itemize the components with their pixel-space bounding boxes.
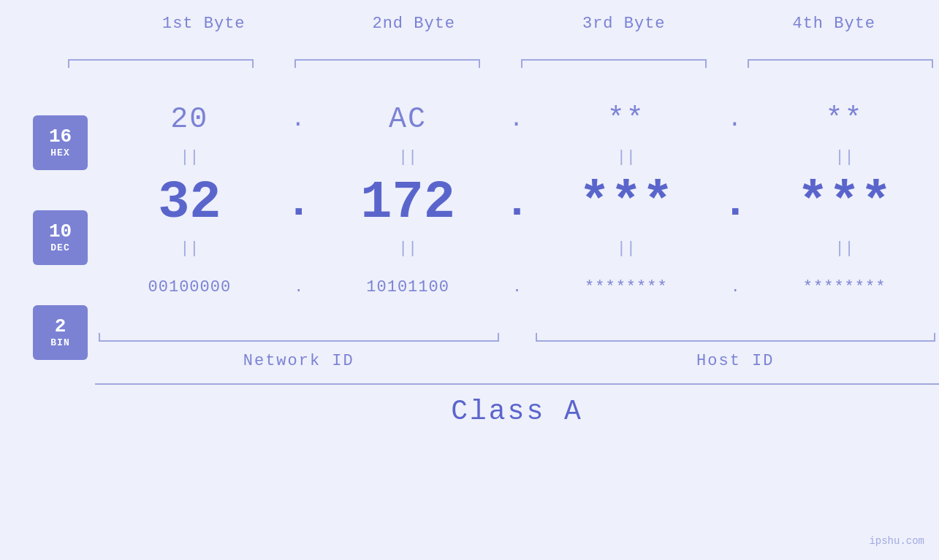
byte3-bracket-line (521, 59, 707, 61)
byte1-bracket-right-tick (252, 59, 254, 68)
eq1-b1: || (180, 148, 199, 166)
dec-dot2-sym: . (503, 178, 530, 228)
dec-b1-cell: 32 (95, 173, 284, 233)
dec-dot3-sym: . (722, 178, 748, 228)
byte-headers: 1st Byte 2nd Byte 3rd Byte 4th Byte (0, 15, 939, 33)
values-grid: 20 . AC . ** . ** (95, 72, 939, 560)
hex-b1-value: 20 (170, 103, 208, 136)
dec-b4-value: *** (797, 173, 892, 233)
bin-row: 00100000 . 10101100 . ******** . (95, 261, 939, 312)
dec-b3-cell: *** (532, 173, 721, 233)
hex-b1-cell: 20 (95, 103, 284, 136)
content-area: 16 HEX 10 DEC 2 BIN 20 . (0, 72, 939, 560)
dec-b4-cell: *** (750, 173, 939, 233)
base-labels: 16 HEX 10 DEC 2 BIN (33, 115, 88, 560)
dec-b1-value: 32 (158, 173, 221, 233)
eq-row-2: || || || || (95, 236, 939, 261)
bin-b3-cell: ******** (532, 278, 721, 296)
main-container: 1st Byte 2nd Byte 3rd Byte 4th Byte (0, 0, 939, 560)
hex-dot3: . (721, 106, 750, 133)
eq1-b3: || (617, 148, 636, 166)
bin-label: BIN (50, 337, 69, 348)
hex-number: 16 (49, 127, 72, 146)
hex-label: HEX (50, 147, 69, 158)
hex-row: 20 . AC . ** . ** (95, 93, 939, 145)
byte2-bracket-line (294, 59, 480, 61)
segment-labels: Network ID Host ID (95, 352, 939, 370)
dec-row: 32 . 172 . *** . *** (95, 170, 939, 236)
dec-b2-value: 172 (360, 173, 455, 233)
dec-dot2: . (503, 178, 532, 228)
hex-b3-cell: ** (532, 103, 721, 136)
bin-dot2: . (503, 279, 532, 296)
hex-b4-value: ** (826, 103, 864, 136)
dec-b3-value: *** (579, 173, 674, 233)
eq1-b4: || (835, 148, 854, 166)
host-bracket-line (532, 323, 940, 342)
bin-b4-value: ******** (803, 278, 886, 296)
eq2-b2: || (398, 239, 417, 258)
hex-b2-value: AC (389, 103, 427, 136)
byte3-bracket (521, 46, 707, 72)
bin-dot1-sym: . (294, 279, 303, 296)
bin-dot1: . (284, 279, 313, 296)
bin-dot2-sym: . (512, 279, 521, 296)
bin-b1-cell: 00100000 (95, 278, 284, 296)
dec-dot1: . (284, 178, 313, 228)
bin-badge: 2 BIN (33, 305, 88, 360)
byte4-bracket-right-tick (932, 59, 933, 68)
hex-b2-cell: AC (313, 103, 503, 136)
dec-label: DEC (50, 242, 69, 253)
class-separator-line (95, 383, 939, 385)
network-id-label: Network ID (95, 352, 503, 370)
dec-badge: 10 DEC (33, 210, 88, 265)
hex-b4-cell: ** (750, 103, 939, 136)
bin-b2-value: 10101100 (366, 278, 449, 296)
class-label: Class A (95, 396, 939, 427)
byte2-header: 2nd Byte (309, 15, 520, 33)
byte1-bracket-line (68, 59, 254, 61)
byte4-header: 4th Byte (729, 15, 940, 33)
hex-badge: 16 HEX (33, 115, 88, 170)
dec-dot1-sym: . (286, 178, 312, 228)
bin-number: 2 (55, 317, 66, 336)
dec-b2-cell: 172 (313, 173, 503, 233)
byte2-bracket-right-tick (479, 59, 480, 68)
dec-number: 10 (49, 222, 72, 241)
bin-b4-cell: ******** (750, 278, 939, 296)
network-bracket-line (95, 323, 503, 342)
dec-dot3: . (721, 178, 750, 228)
byte4-bracket (748, 46, 933, 72)
byte4-bracket-line (748, 59, 933, 61)
hex-dot2: . (503, 106, 532, 133)
watermark: ipshu.com (869, 535, 924, 547)
bin-dot3: . (721, 279, 750, 296)
eq2-b1: || (180, 239, 199, 258)
eq-row-1: || || || || (95, 145, 939, 170)
byte3-header: 3rd Byte (519, 15, 729, 33)
byte3-bracket-right-tick (705, 59, 707, 68)
top-byte-brackets (62, 46, 939, 72)
byte1-bracket (68, 46, 254, 72)
bin-dot3-sym: . (731, 279, 740, 296)
eq2-b3: || (617, 239, 636, 258)
byte2-bracket (294, 46, 480, 72)
eq2-b4: || (835, 239, 854, 258)
hex-dot1: . (284, 106, 313, 133)
eq1-b2: || (398, 148, 417, 166)
hex-b3-value: ** (607, 103, 645, 136)
host-id-label: Host ID (532, 352, 940, 370)
bin-b2-cell: 10101100 (313, 278, 503, 296)
bottom-brackets (95, 323, 939, 342)
byte1-header: 1st Byte (99, 15, 309, 33)
bin-b3-value: ******** (585, 278, 668, 296)
bin-b1-value: 00100000 (148, 278, 232, 296)
